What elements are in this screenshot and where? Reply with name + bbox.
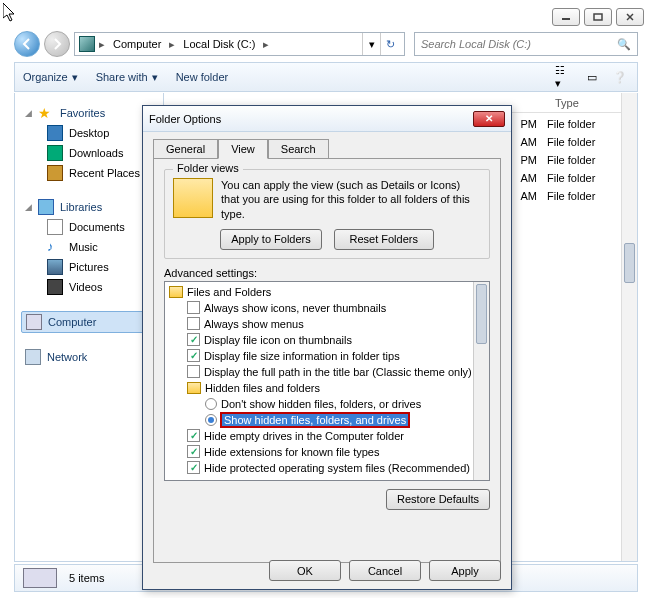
navitem-documents[interactable]: Documents [21,217,157,237]
restore-defaults-button[interactable]: Restore Defaults [386,489,490,510]
opt-show-hidden[interactable]: Show hidden files, folders, and drives [167,412,487,428]
addressbar-dropdown[interactable]: ▾ [362,33,380,55]
newfolder-button[interactable]: New folder [176,71,229,83]
documents-icon [47,219,63,235]
checkbox-icon[interactable] [187,301,200,314]
network-header[interactable]: Network [21,347,157,367]
advanced-settings-label: Advanced settings: [164,267,490,279]
close-button[interactable] [616,8,644,26]
folder-views-icon [173,178,213,218]
checkbox-icon[interactable]: ✓ [187,429,200,442]
mouse-cursor-icon [3,3,17,23]
opt-full-path[interactable]: Display the full path in the title bar (… [167,364,487,380]
folder-views-legend: Folder views [173,162,243,174]
checkbox-icon[interactable]: ✓ [187,349,200,362]
downloads-icon [47,145,63,161]
vertical-scrollbar[interactable] [621,93,637,561]
breadcrumb-sep: ▸ [97,38,107,51]
recent-icon [47,165,63,181]
folder-icon [169,286,183,298]
opt-hide-protected[interactable]: ✓Hide protected operating system files (… [167,460,487,476]
breadcrumb-computer[interactable]: Computer [107,33,167,55]
search-placeholder: Search Local Disk (C:) [421,38,531,50]
scrollbar-thumb[interactable] [624,243,635,283]
star-icon: ★ [38,105,54,121]
maximize-button[interactable] [584,8,612,26]
checkbox-icon[interactable]: ✓ [187,333,200,346]
opt-hide-empty-drives[interactable]: ✓Hide empty drives in the Computer folde… [167,428,487,444]
opt-file-size-tips[interactable]: ✓Display file size information in folder… [167,348,487,364]
navitem-videos[interactable]: Videos [21,277,157,297]
tab-search[interactable]: Search [268,139,329,159]
network-icon [25,349,41,365]
radio-icon[interactable] [205,414,217,426]
refresh-button[interactable]: ↻ [380,33,400,55]
ok-button[interactable]: OK [269,560,341,581]
drive-icon [79,36,95,52]
organize-menu[interactable]: Organize ▾ [23,71,78,84]
pictures-icon [47,259,63,275]
opt-hide-extensions[interactable]: ✓Hide extensions for known file types [167,444,487,460]
desktop-icon [47,125,63,141]
opt-always-icons[interactable]: Always show icons, never thumbnails [167,300,487,316]
computer-header[interactable]: Computer [21,311,157,333]
sharewith-menu[interactable]: Share with ▾ [96,71,158,84]
navitem-recent[interactable]: Recent Places [21,163,157,183]
libraries-icon [38,199,54,215]
forward-button[interactable] [44,31,70,57]
folder-views-text: You can apply the view (such as Details … [221,178,481,221]
music-icon: ♪ [47,239,63,255]
folder-icon [187,382,201,394]
search-icon: 🔍 [617,38,631,51]
checkbox-icon[interactable]: ✓ [187,461,200,474]
videos-icon [47,279,63,295]
checkbox-icon[interactable] [187,365,200,378]
apply-button[interactable]: Apply [429,560,501,581]
tab-view[interactable]: View [218,139,268,159]
scrollbar-thumb[interactable] [476,284,487,344]
navitem-desktop[interactable]: Desktop [21,123,157,143]
folder-options-dialog: Folder Options ✕ General View Search Fol… [142,105,512,590]
tree-files-and-folders[interactable]: Files and Folders [167,284,487,300]
tree-hidden-files[interactable]: Hidden files and folders [167,380,487,396]
computer-icon [26,314,42,330]
reset-folders-button[interactable]: Reset Folders [334,229,434,250]
address-bar[interactable]: ▸ Computer ▸ Local Disk (C:) ▸ ▾ ↻ [74,32,405,56]
back-button[interactable] [14,31,40,57]
checkbox-icon[interactable]: ✓ [187,445,200,458]
item-count: 5 items [69,572,104,584]
tab-general[interactable]: General [153,139,218,159]
opt-file-icon-thumb[interactable]: ✓Display file icon on thumbnails [167,332,487,348]
navitem-music[interactable]: ♪Music [21,237,157,257]
navitem-pictures[interactable]: Pictures [21,257,157,277]
libraries-header[interactable]: ◢Libraries [21,197,157,217]
drive-icon [23,568,57,588]
cancel-button[interactable]: Cancel [349,560,421,581]
preview-pane-button[interactable]: ▭ [583,68,601,86]
advanced-settings-tree[interactable]: Files and Folders Always show icons, nev… [164,281,490,481]
help-button[interactable]: ❔ [611,68,629,86]
opt-always-menus[interactable]: Always show menus [167,316,487,332]
checkbox-icon[interactable] [187,317,200,330]
dialog-title: Folder Options [149,113,221,125]
dialog-close-button[interactable]: ✕ [473,111,505,127]
search-input[interactable]: Search Local Disk (C:) 🔍 [414,32,638,56]
navitem-downloads[interactable]: Downloads [21,143,157,163]
breadcrumb-localdisk[interactable]: Local Disk (C:) [177,33,261,55]
view-options-button[interactable]: ☷ ▾ [555,68,573,86]
tree-scrollbar[interactable] [473,282,489,480]
favorites-header[interactable]: ◢★Favorites [21,103,157,123]
apply-to-folders-button[interactable]: Apply to Folders [220,229,321,250]
minimize-button[interactable] [552,8,580,26]
svg-rect-1 [594,14,602,20]
radio-icon[interactable] [205,398,217,410]
opt-dont-show-hidden[interactable]: Don't show hidden files, folders, or dri… [167,396,487,412]
